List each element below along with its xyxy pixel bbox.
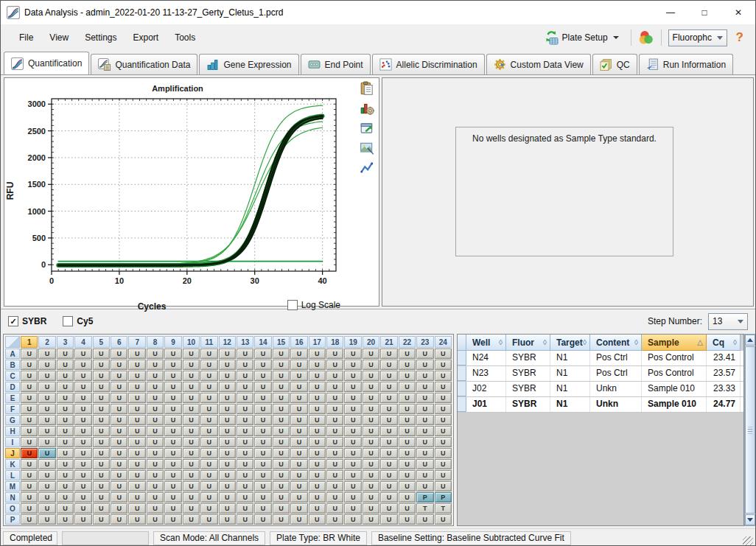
plate-row-header-A[interactable]: A [5,349,20,359]
well-K13[interactable]: U [237,459,253,469]
well-I10[interactable]: U [183,437,200,447]
well-M5[interactable]: U [93,481,110,491]
well-H24[interactable]: U [435,426,452,436]
well-F13[interactable]: U [237,404,253,414]
well-J13[interactable]: U [237,448,253,458]
well-I24[interactable]: U [435,437,452,447]
well-E18[interactable]: U [326,393,343,403]
table-column-header-cq[interactable]: Cq◊ [707,335,741,351]
well-P24[interactable]: U [435,514,452,525]
well-P20[interactable]: U [363,514,379,525]
plate-column-header-3[interactable]: 3 [57,336,74,348]
well-L2[interactable]: U [38,470,55,480]
well-B11[interactable]: U [200,360,217,370]
fluor-checkbox-cy5[interactable]: Cy5 [63,316,93,326]
well-G24[interactable]: U [435,415,452,425]
plate-column-header-6[interactable]: 6 [111,336,127,348]
well-F16[interactable]: U [290,404,307,414]
well-N18[interactable]: U [326,492,343,503]
well-C11[interactable]: U [200,371,217,381]
well-E6[interactable]: U [111,393,127,403]
well-O22[interactable]: U [399,503,416,514]
well-A16[interactable]: U [290,349,307,359]
well-I17[interactable]: U [309,437,326,447]
well-L6[interactable]: U [111,470,127,480]
well-G15[interactable]: U [273,415,290,425]
well-E5[interactable]: U [93,393,110,403]
well-P14[interactable]: U [254,514,271,525]
plate-row-header-B[interactable]: B [5,360,20,370]
menu-view[interactable]: View [41,29,77,46]
plate-setup-button[interactable]: Plate Setup [539,27,624,48]
well-E24[interactable]: U [435,393,452,403]
well-G21[interactable]: U [380,415,397,425]
well-F6[interactable]: U [111,404,127,414]
well-F21[interactable]: U [380,404,397,414]
log-scale-checkbox[interactable] [287,300,298,310]
plate-column-header-7[interactable]: 7 [128,336,145,348]
well-A14[interactable]: U [254,349,271,359]
well-F11[interactable]: U [200,404,217,414]
well-J5[interactable]: U [93,448,110,458]
well-C8[interactable]: U [147,371,164,381]
well-J8[interactable]: U [147,448,164,458]
plate-column-header-16[interactable]: 16 [290,336,307,348]
well-B15[interactable]: U [273,360,290,370]
well-A23[interactable]: U [416,349,433,359]
well-C16[interactable]: U [290,371,307,381]
well-K12[interactable]: U [219,459,236,469]
well-K3[interactable]: U [57,459,74,469]
well-P7[interactable]: U [128,514,145,525]
well-O23[interactable]: T [416,503,433,514]
table-column-header-well[interactable]: Well◊ [466,335,506,351]
well-H22[interactable]: U [399,426,416,436]
well-F8[interactable]: U [147,404,164,414]
well-E14[interactable]: U [254,393,271,403]
well-L9[interactable]: U [164,470,181,480]
well-D19[interactable]: U [344,382,361,392]
well-D5[interactable]: U [93,382,110,392]
well-J4[interactable]: U [74,448,91,458]
well-L4[interactable]: U [74,470,91,480]
well-A9[interactable]: U [164,349,181,359]
well-I8[interactable]: U [147,437,164,447]
well-M2[interactable]: U [38,481,55,491]
plate-column-header-14[interactable]: 14 [254,336,271,348]
well-B8[interactable]: U [147,360,164,370]
well-H13[interactable]: U [237,426,253,436]
well-D22[interactable]: U [399,382,416,392]
well-B23[interactable]: U [416,360,433,370]
well-H7[interactable]: U [128,426,145,436]
tab-quantification[interactable]: Quantification [4,52,89,74]
well-G6[interactable]: U [111,415,127,425]
plate-row-header-I[interactable]: I [5,437,20,447]
well-F4[interactable]: U [74,404,91,414]
well-O10[interactable]: U [183,503,200,514]
well-I18[interactable]: U [326,437,343,447]
well-H4[interactable]: U [74,426,91,436]
well-N23[interactable]: P [416,492,433,503]
well-I7[interactable]: U [128,437,145,447]
table-column-header-sample[interactable]: Sample△ [642,335,707,351]
well-O24[interactable]: T [435,503,452,514]
well-G9[interactable]: U [164,415,181,425]
well-B18[interactable]: U [326,360,343,370]
well-D9[interactable]: U [164,382,181,392]
menu-export[interactable]: Export [125,29,167,46]
well-L16[interactable]: U [290,470,307,480]
well-G8[interactable]: U [147,415,164,425]
well-I4[interactable]: U [74,437,91,447]
plate-column-header-4[interactable]: 4 [74,336,91,348]
sort-diamond-icon[interactable]: ◊ [733,338,737,346]
well-G3[interactable]: U [57,415,74,425]
well-A20[interactable]: U [363,349,379,359]
well-P11[interactable]: U [200,514,217,525]
well-K5[interactable]: U [93,459,110,469]
well-D1[interactable]: U [21,382,38,392]
well-L19[interactable]: U [344,470,361,480]
tab-gene-expression[interactable]: Gene Expression [199,54,298,74]
well-N2[interactable]: U [38,492,55,503]
well-A10[interactable]: U [183,349,200,359]
save-image-icon[interactable] [360,141,374,155]
plate-row-header-O[interactable]: O [5,503,20,514]
